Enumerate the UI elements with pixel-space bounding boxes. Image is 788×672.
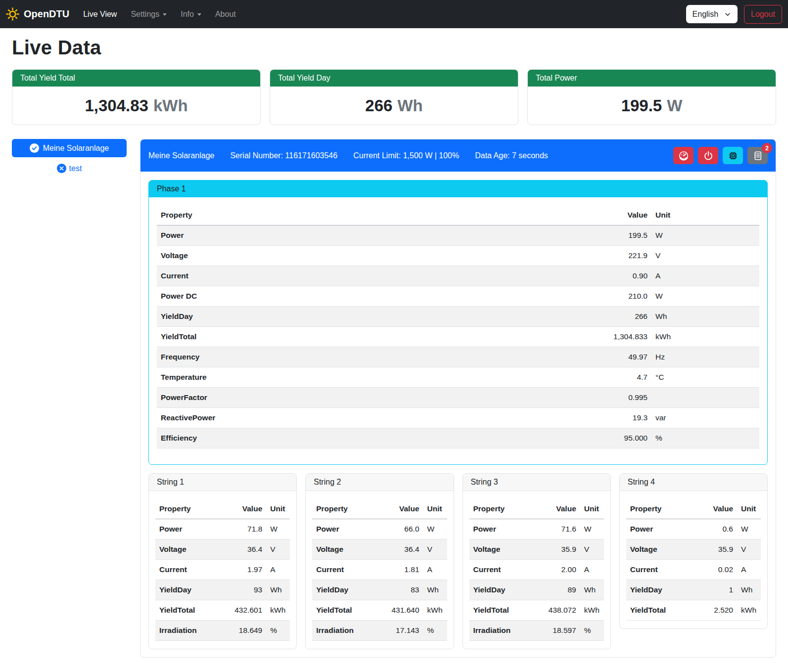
property-cell: Current xyxy=(469,560,538,580)
inverter-name: Meine Solaranlage xyxy=(148,151,214,160)
column-header-property: Property xyxy=(469,499,538,519)
language-select[interactable]: English xyxy=(686,5,738,23)
table-row: Current2.00A xyxy=(469,560,604,580)
unit-cell: Wh xyxy=(737,580,761,600)
nav-item-about[interactable]: About xyxy=(208,6,243,23)
value-cell: 71.6 xyxy=(538,519,580,539)
sidebar-item-test[interactable]: test xyxy=(12,164,127,173)
unit-cell: V xyxy=(737,539,761,560)
column-header-value: Value xyxy=(695,499,737,519)
summary-cards: Total Yield Total 1,304.83 kWh Total Yie… xyxy=(12,69,776,125)
value-cell: 1.97 xyxy=(224,560,266,580)
page-title: Live Data xyxy=(12,37,776,59)
sun-icon xyxy=(6,7,19,21)
journal-text-icon xyxy=(753,151,763,161)
event-log-button[interactable]: 2 xyxy=(747,147,768,164)
logout-button[interactable]: Logout xyxy=(744,5,782,24)
unit-cell: W xyxy=(651,225,759,246)
table-row: YieldDay83Wh xyxy=(312,580,447,600)
property-cell: YieldDay xyxy=(155,580,224,600)
unit-cell: °C xyxy=(651,367,759,388)
property-cell: YieldDay xyxy=(626,580,695,600)
column-header-value: Value xyxy=(381,499,423,519)
value-cell: 83 xyxy=(381,580,423,600)
column-header-property: Property xyxy=(626,499,695,519)
value-cell: 19.3 xyxy=(607,408,651,428)
value-cell: 2.520 xyxy=(695,600,737,621)
table-row: YieldTotal438.072kWh xyxy=(469,600,604,621)
unit-cell: % xyxy=(580,621,604,641)
string-2-table: Property Value Unit Power66.0WVoltage36.… xyxy=(312,499,447,641)
string-2-card: String 2 Property Value Unit Power66.0WV… xyxy=(305,473,454,649)
power-control-button[interactable] xyxy=(698,147,718,164)
property-cell: Power xyxy=(469,519,538,539)
value-cell: 1.81 xyxy=(381,560,423,580)
phase-panel: Phase 1 Property Value Unit Power199.5WV… xyxy=(148,180,768,465)
table-row: PowerFactor0.995 xyxy=(157,388,759,408)
property-cell: Current xyxy=(626,560,695,580)
card-value: 266 xyxy=(365,96,392,115)
unit-cell: W xyxy=(737,519,761,539)
property-cell: Frequency xyxy=(157,347,607,367)
value-cell: 0.995 xyxy=(607,388,651,408)
column-header-unit: Unit xyxy=(266,499,290,519)
column-header-value: Value xyxy=(224,499,266,519)
unit-cell: Wh xyxy=(266,580,290,600)
property-cell: Power xyxy=(626,519,695,539)
total-yield-day-card: Total Yield Day 266 Wh xyxy=(270,69,518,125)
table-row: Power71.6W xyxy=(469,519,604,539)
value-cell: 266 xyxy=(607,307,651,327)
property-cell: YieldTotal xyxy=(157,327,607,347)
property-cell: Voltage xyxy=(312,539,380,560)
table-row: Voltage221.9V xyxy=(157,246,759,266)
card-title: Total Yield Day xyxy=(270,70,518,87)
current-limit: Current Limit: 1,500 W | 100% xyxy=(353,151,459,160)
unit-cell: V xyxy=(580,539,604,560)
sidebar-item-label: test xyxy=(69,164,82,173)
property-cell: Power xyxy=(312,519,380,539)
unit-cell: Wh xyxy=(580,580,604,600)
top-navbar: OpenDTU Live View Settings Info About En… xyxy=(0,0,788,28)
column-header-property: Property xyxy=(157,205,607,225)
caret-down-icon xyxy=(163,13,167,16)
unit-cell: A xyxy=(266,560,290,580)
string-3-table: Property Value Unit Power71.6WVoltage35.… xyxy=(469,499,604,641)
unit-cell: kWh xyxy=(423,600,447,621)
column-header-property: Property xyxy=(155,499,224,519)
table-row: Irradiation18.649% xyxy=(155,621,290,641)
value-cell: 4.7 xyxy=(607,367,651,388)
caret-down-icon xyxy=(197,13,201,16)
table-row: ReactivePower19.3var xyxy=(157,408,759,428)
value-cell: 18.597 xyxy=(538,621,580,641)
table-row: Power DC210.0W xyxy=(157,286,759,307)
unit-cell: W xyxy=(423,519,447,539)
unit-cell: A xyxy=(737,560,761,580)
table-row: Temperature4.7°C xyxy=(157,367,759,388)
unit-cell: kWh xyxy=(266,600,290,621)
value-cell: 0.02 xyxy=(695,560,737,580)
serial-number: Serial Number: 116171603546 xyxy=(230,151,337,160)
property-cell: YieldTotal xyxy=(312,600,380,621)
nav-item-settings[interactable]: Settings xyxy=(124,6,174,23)
device-info-button[interactable] xyxy=(723,147,743,164)
value-cell: 431.640 xyxy=(381,600,423,621)
table-row: Irradiation17.143% xyxy=(312,621,447,641)
value-cell: 2.00 xyxy=(538,560,580,580)
column-header-unit: Unit xyxy=(580,499,604,519)
inverter-sidebar: Meine Solaranlage test xyxy=(12,139,127,173)
property-cell: Power xyxy=(157,225,607,246)
unit-cell: W xyxy=(580,519,604,539)
property-cell: Current xyxy=(155,560,224,580)
nav-item-live-view[interactable]: Live View xyxy=(76,6,124,23)
card-value: 199.5 xyxy=(621,96,662,115)
nav-item-info[interactable]: Info xyxy=(174,6,208,23)
limit-settings-button[interactable] xyxy=(673,147,694,164)
unit-cell xyxy=(651,388,759,408)
value-cell: 199.5 xyxy=(607,225,651,246)
unit-cell: V xyxy=(651,246,759,266)
brand[interactable]: OpenDTU xyxy=(6,7,69,21)
property-cell: Efficiency xyxy=(157,428,607,448)
unit-cell: kWh xyxy=(737,600,761,621)
table-row: YieldTotal1,304.833kWh xyxy=(157,327,759,347)
sidebar-item-meine-solaranlage[interactable]: Meine Solaranlage xyxy=(12,139,127,157)
